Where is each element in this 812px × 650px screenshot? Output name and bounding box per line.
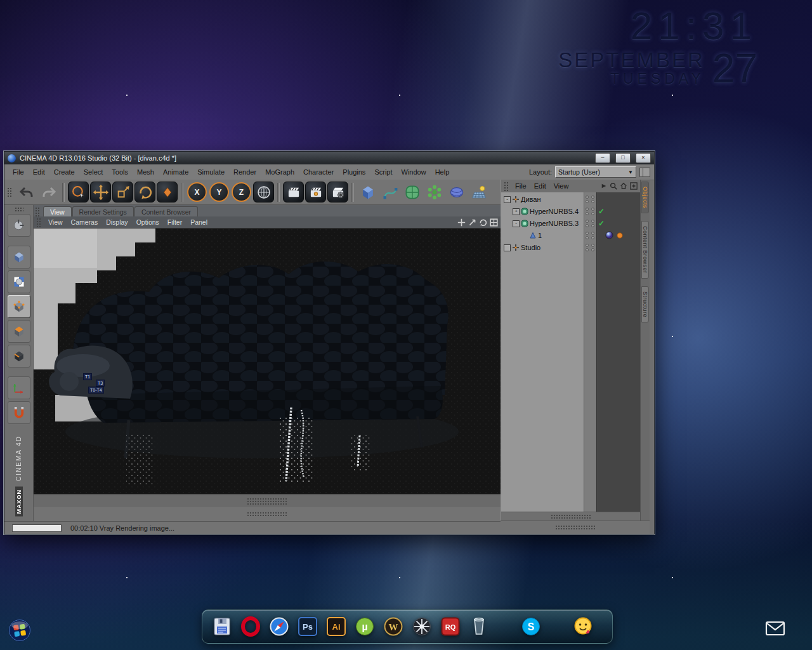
live-selection-tool[interactable]	[68, 182, 89, 202]
visibility-dots[interactable]	[586, 220, 589, 227]
vp-menu-options[interactable]: Options	[133, 218, 163, 227]
safari-icon[interactable]	[268, 616, 290, 637]
recycle-glass-icon[interactable]	[468, 616, 490, 637]
visibility-dots[interactable]	[591, 244, 594, 251]
om-menu-edit[interactable]: Edit	[530, 182, 550, 190]
tree-row-studio[interactable]: Studio	[501, 242, 640, 254]
drag-handle[interactable]	[7, 187, 13, 197]
menu-animate[interactable]: Animate	[159, 167, 193, 177]
restore-button[interactable]: □	[615, 153, 631, 163]
menu-tools[interactable]: Tools	[107, 167, 133, 177]
menu-render[interactable]: Render	[229, 167, 261, 177]
menu-create[interactable]: Create	[49, 167, 79, 177]
render-viewport[interactable]: T1 T3 T0-T4	[34, 228, 501, 495]
snap-magnet-icon[interactable]	[8, 401, 30, 424]
vp-menu-panel[interactable]: Panel	[187, 218, 211, 227]
z-axis-lock[interactable]: Z	[232, 182, 251, 202]
visibility-dots[interactable]	[586, 232, 589, 239]
undo-button[interactable]	[16, 182, 37, 202]
tab-render-settings[interactable]: Render Settings	[72, 206, 134, 216]
vp-menu-cameras[interactable]: Cameras	[67, 218, 102, 227]
y-axis-lock[interactable]: Y	[209, 182, 229, 202]
wow-icon[interactable]: W	[383, 616, 404, 637]
enabled-check-icon[interactable]: ✓	[598, 219, 605, 228]
visibility-dots[interactable]	[586, 208, 589, 215]
side-tab-objects[interactable]: Objects	[641, 182, 649, 213]
menu-select[interactable]: Select	[79, 167, 108, 177]
tab-view[interactable]: View	[43, 206, 72, 216]
pan-view-icon[interactable]	[457, 218, 466, 227]
bottom-right-scroll-strip[interactable]	[501, 521, 650, 534]
texture-mode-icon[interactable]	[8, 270, 30, 293]
floppy-disk-icon[interactable]	[211, 616, 233, 637]
tree-row-hypernurbs3[interactable]: - HyperNURBS.3 ✓	[501, 218, 640, 230]
drag-handle[interactable]	[15, 207, 23, 212]
vp-menu-view[interactable]: View	[44, 218, 67, 227]
rnq-messenger-icon[interactable]: RQ	[440, 616, 461, 637]
model-mode-icon[interactable]	[8, 246, 30, 269]
menu-character[interactable]: Character	[299, 167, 338, 177]
star-burst-app-icon[interactable]	[411, 616, 433, 637]
add-panel-icon[interactable]	[630, 182, 638, 190]
tree-row-hypernurbs4[interactable]: + HyperNURBS.4 ✓	[501, 206, 640, 218]
scale-tool[interactable]	[112, 182, 133, 202]
texture-tag-icon[interactable]	[605, 231, 613, 239]
menu-help[interactable]: Help	[431, 167, 454, 177]
expand-toggle[interactable]: +	[513, 208, 520, 215]
visibility-dots[interactable]	[591, 196, 594, 203]
add-mograph-button[interactable]	[424, 182, 445, 202]
titlebar[interactable]: CINEMA 4D R13.016 Studio (32 Bit) - [div…	[4, 152, 654, 164]
add-environment-button[interactable]	[468, 182, 489, 202]
visibility-dots[interactable]	[586, 244, 589, 251]
add-hypernurbs-button[interactable]	[402, 182, 422, 202]
points-mode-icon[interactable]	[8, 295, 30, 318]
illustrator-icon[interactable]: Ai	[325, 616, 347, 637]
menu-mesh[interactable]: Mesh	[133, 167, 159, 177]
drag-handle[interactable]	[36, 218, 42, 227]
vp-menu-display[interactable]: Display	[102, 218, 131, 227]
x-axis-lock[interactable]: X	[187, 182, 207, 202]
add-cube-button[interactable]	[357, 182, 378, 202]
menu-simulate[interactable]: Simulate	[193, 167, 229, 177]
om-menu-file[interactable]: File	[511, 182, 530, 190]
side-tab-structure[interactable]: Structure	[641, 286, 649, 322]
add-spline-button[interactable]	[379, 182, 400, 202]
om-menu-view[interactable]: View	[550, 182, 573, 190]
search-icon[interactable]	[610, 182, 617, 190]
tree-row-mesh-1[interactable]: 1	[501, 230, 640, 242]
menu-edit[interactable]: Edit	[29, 167, 49, 177]
workplane-mode-icon[interactable]	[8, 376, 30, 399]
expand-toggle[interactable]: -	[513, 220, 520, 227]
expand-toggle[interactable]: -	[504, 196, 511, 203]
redo-button[interactable]	[38, 182, 59, 202]
close-button[interactable]: ×	[636, 153, 651, 163]
utorrent-icon[interactable]: µ	[354, 616, 376, 637]
add-deformer-button[interactable]	[446, 182, 467, 202]
drag-handle[interactable]	[35, 207, 41, 216]
object-manager-scrollbar[interactable]	[501, 512, 640, 521]
render-settings-button[interactable]	[327, 182, 348, 202]
zoom-view-icon[interactable]	[468, 218, 476, 227]
tab-content-browser[interactable]: Content Browser	[134, 206, 198, 216]
drag-handle[interactable]	[504, 182, 509, 191]
edges-mode-icon[interactable]	[8, 345, 30, 368]
layout-select[interactable]: Startup (User) ▼	[555, 166, 636, 178]
menu-window[interactable]: Window	[397, 167, 431, 177]
render-picture-viewer-button[interactable]	[305, 182, 326, 202]
layout-panels-icon[interactable]	[639, 168, 650, 177]
menu-plugins[interactable]: Plugins	[338, 167, 370, 177]
expand-toggle[interactable]	[504, 244, 511, 251]
enabled-check-icon[interactable]: ✓	[598, 207, 605, 216]
coordinate-system-toggle[interactable]	[253, 182, 274, 202]
timeline-strip[interactable]	[34, 494, 501, 508]
filter-arrow-icon[interactable]	[601, 183, 607, 189]
start-button[interactable]	[8, 618, 32, 642]
opera-icon[interactable]	[240, 616, 261, 637]
visibility-dots[interactable]	[586, 196, 589, 203]
menu-script[interactable]: Script	[370, 167, 396, 177]
last-tool-button[interactable]	[157, 182, 178, 202]
render-view-button[interactable]	[283, 182, 304, 202]
polygons-mode-icon[interactable]	[8, 320, 30, 343]
home-icon[interactable]	[620, 182, 627, 190]
skype-icon[interactable]: S	[520, 616, 542, 637]
